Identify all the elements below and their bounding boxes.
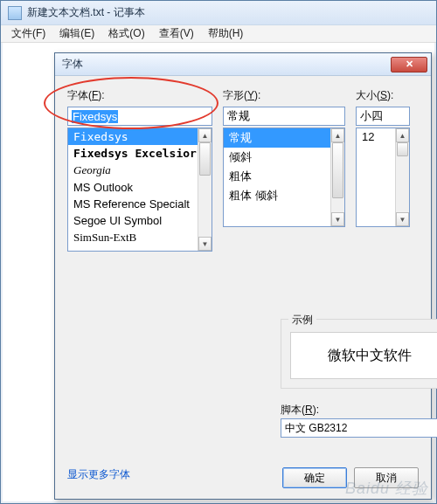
scroll-thumb[interactable] [199, 142, 211, 176]
style-value: 常规 [227, 108, 250, 124]
style-option[interactable]: 粗体 倾斜 [224, 186, 344, 205]
scroll-track[interactable] [396, 142, 409, 212]
font-option[interactable]: Georgia [68, 162, 212, 179]
size-column: 大小(S): 小四 12 ▲ ▼ [356, 88, 410, 252]
font-option[interactable]: SimSun-ExtB [68, 229, 212, 246]
dialog-button-row: 确定 取消 [282, 467, 419, 488]
menu-view[interactable]: 查看(V) [152, 24, 201, 43]
font-option[interactable]: Segoe UI Symbol [68, 212, 212, 229]
script-label: 脚本(R): [281, 403, 319, 418]
scroll-down-icon[interactable]: ▼ [396, 212, 409, 226]
scroll-track[interactable] [198, 142, 212, 237]
close-button[interactable]: ✕ [391, 57, 427, 72]
scroll-up-icon[interactable]: ▲ [198, 128, 212, 142]
sample-text: 微软中文软件 [328, 347, 412, 365]
menu-format[interactable]: 格式(O) [101, 24, 151, 43]
dialog-titlebar: 字体 ✕ [55, 53, 431, 76]
notepad-icon [8, 6, 22, 20]
style-option[interactable]: 常规 [224, 128, 344, 148]
style-listbox[interactable]: 常规 倾斜 粗体 粗体 倾斜 ▲ ▼ [223, 128, 345, 227]
font-scrollbar[interactable]: ▲ ▼ [198, 128, 212, 251]
notepad-titlebar: 新建文本文档.txt - 记事本 [1, 1, 436, 25]
scroll-up-icon[interactable]: ▲ [396, 128, 409, 142]
dialog-top-row: 字体(F): Fixedsys Fixedsys Fixedsys Excels… [67, 88, 419, 252]
size-value: 小四 [360, 108, 383, 124]
notepad-menubar: 文件(F) 编辑(E) 格式(O) 查看(V) 帮助(H) [1, 25, 436, 43]
font-option[interactable]: Fixedsys Excelsior 3.0 [68, 145, 212, 162]
size-input[interactable]: 小四 [356, 107, 410, 126]
close-icon: ✕ [406, 59, 413, 70]
font-option[interactable]: Fixedsys [68, 128, 212, 145]
scroll-thumb[interactable] [397, 142, 408, 156]
sample-preview: 微软中文软件 [290, 332, 437, 379]
style-option[interactable]: 粗体 [224, 167, 344, 186]
scroll-thumb[interactable] [332, 142, 343, 198]
menu-file[interactable]: 文件(F) [4, 24, 52, 43]
ok-button[interactable]: 确定 [282, 467, 347, 488]
script-combobox[interactable]: 中文 GB2312 ▼ [281, 418, 437, 438]
font-dialog: 字体 ✕ 字体(F): Fixedsys Fixedsys Fixedsys E… [54, 52, 432, 500]
style-column: 字形(Y): 常规 常规 倾斜 粗体 粗体 倾斜 ▲ ▼ [223, 88, 345, 252]
menu-edit[interactable]: 编辑(E) [52, 24, 101, 43]
notepad-title: 新建文本文档.txt - 记事本 [27, 5, 145, 20]
size-listbox[interactable]: 12 ▲ ▼ [356, 128, 410, 227]
style-input[interactable]: 常规 [223, 107, 345, 126]
font-column: 字体(F): Fixedsys Fixedsys Fixedsys Excels… [67, 88, 212, 252]
more-fonts-link[interactable]: 显示更多字体 [67, 467, 130, 482]
script-value: 中文 GB2312 [285, 421, 347, 436]
scroll-down-icon[interactable]: ▼ [198, 237, 212, 251]
font-listbox[interactable]: Fixedsys Fixedsys Excelsior 3.0 Georgia … [67, 128, 212, 252]
dialog-title: 字体 [62, 57, 391, 72]
scroll-down-icon[interactable]: ▼ [331, 212, 344, 226]
dialog-body: 字体(F): Fixedsys Fixedsys Fixedsys Excels… [55, 76, 431, 499]
size-scrollbar[interactable]: ▲ ▼ [395, 128, 409, 226]
style-scrollbar[interactable]: ▲ ▼ [330, 128, 344, 226]
font-option[interactable]: MS Outlook [68, 179, 212, 196]
scroll-track[interactable] [331, 142, 344, 212]
menu-help[interactable]: 帮助(H) [201, 24, 251, 43]
scroll-up-icon[interactable]: ▲ [331, 128, 344, 142]
sample-group-label: 示例 [288, 313, 316, 328]
cancel-button[interactable]: 取消 [354, 467, 419, 488]
font-label: 字体(F): [67, 88, 212, 103]
size-label: 大小(S): [356, 88, 410, 103]
sample-groupbox: 示例 微软中文软件 [281, 319, 437, 389]
font-name-input[interactable]: Fixedsys [67, 107, 212, 126]
font-option[interactable]: MS Reference Specialt [68, 196, 212, 212]
style-label: 字形(Y): [223, 88, 345, 103]
font-name-value: Fixedsys [72, 110, 118, 123]
style-option[interactable]: 倾斜 [224, 148, 344, 167]
